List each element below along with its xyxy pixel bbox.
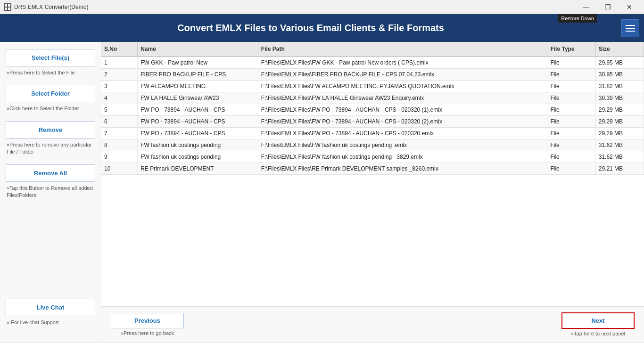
app-title: DRS EMLX Converter(Demo)	[14, 4, 88, 10]
cell-name: FW PO - 73894 - AUCHAN - CPS	[138, 128, 258, 139]
remove-section: Remove »Press here to remove any particu…	[6, 121, 95, 156]
minimize-button[interactable]: —	[575, 0, 597, 14]
cell-sno: 6	[101, 116, 138, 128]
cell-name: FW fashion uk costings pending	[138, 151, 258, 163]
cell-type: File	[547, 81, 595, 92]
cell-size: 31.62 MB	[595, 151, 644, 163]
menu-button[interactable]	[621, 19, 639, 37]
hamburger-line-1	[626, 25, 635, 26]
table-row: 4 FW LA HALLE Girlswear AW23 F:\Files\EM…	[101, 92, 644, 104]
cell-sno: 1	[101, 57, 138, 69]
table-header: S.No Name File Path File Type Size	[101, 42, 644, 57]
select-folder-button[interactable]: Select Folder	[6, 85, 95, 102]
hamburger-line-3	[626, 31, 635, 32]
restore-tooltip: Restore Down	[558, 14, 597, 23]
cell-path: F:\Files\EMLX Files\FW PO - 73894 - AUCH…	[258, 128, 547, 139]
cell-sno: 4	[101, 92, 138, 104]
svg-rect-1	[8, 4, 10, 7]
remove-all-button[interactable]: Remove All	[6, 164, 95, 182]
cell-type: File	[547, 57, 595, 69]
table-row: 8 FW fashion uk costings pending F:\File…	[101, 139, 644, 151]
previous-button[interactable]: Previous	[111, 313, 184, 328]
cell-name: RE Primark DEVELOPMENT	[138, 163, 258, 175]
select-folder-hint: »Click here to Select the Folder	[6, 105, 95, 112]
cell-name: FW PO - 73894 - AUCHAN - CPS	[138, 116, 258, 128]
cell-name: FIBER PRO BACKUP FILE - CPS	[138, 69, 258, 81]
cell-type: File	[547, 116, 595, 128]
next-button[interactable]: Next	[561, 312, 635, 329]
app-icon	[4, 3, 11, 11]
content-area: S.No Name File Path File Type Size 1 FW …	[101, 42, 644, 342]
cell-type: File	[547, 104, 595, 116]
cell-size: 31.62 MB	[595, 139, 644, 151]
hamburger-line-2	[626, 28, 635, 29]
cell-type: File	[547, 128, 595, 139]
title-bar-left: DRS EMLX Converter(Demo)	[4, 3, 88, 11]
cell-type: File	[547, 92, 595, 104]
table-row: 2 FIBER PRO BACKUP FILE - CPS F:\Files\E…	[101, 69, 644, 81]
cell-size: 29.95 MB	[595, 57, 644, 69]
cell-path: F:\Files\EMLX Files\FW LA HALLE Girlswea…	[258, 92, 547, 104]
live-chat-button[interactable]: Live Chat	[6, 299, 95, 316]
col-header-type: File Type	[547, 42, 595, 57]
cell-type: File	[547, 69, 595, 81]
select-files-button[interactable]: Select File(s)	[6, 49, 95, 66]
next-hint: »Tap here to next panel	[571, 331, 625, 336]
cell-sno: 9	[101, 151, 138, 163]
cell-size: 29.29 MB	[595, 116, 644, 128]
cell-path: F:\Files\EMLX Files\FW PO - 73894 - AUCH…	[258, 104, 547, 116]
cell-name: FW fashion uk costings pending	[138, 139, 258, 151]
table-row: 3 FW ALCAMPO MEETING. F:\Files\EMLX File…	[101, 81, 644, 92]
cell-sno: 3	[101, 81, 138, 92]
svg-rect-3	[8, 8, 10, 10]
header-title: Convert EMLX Files to Various Email Clie…	[0, 14, 621, 42]
remove-all-hint: »Tap this Button to Remove all added Fil…	[6, 185, 95, 199]
remove-hint: »Press here to remove any particular Fil…	[6, 141, 95, 156]
cell-sno: 8	[101, 139, 138, 151]
cell-path: F:\Files\EMLX Files\FW fashion uk costin…	[258, 139, 547, 151]
cell-size: 30.95 MB	[595, 69, 644, 81]
cell-size: 31.82 MB	[595, 81, 644, 92]
table-row: 7 FW PO - 73894 - AUCHAN - CPS F:\Files\…	[101, 128, 644, 139]
cell-name: FW LA HALLE Girlswear AW23	[138, 92, 258, 104]
cell-path: F:\Files\EMLX Files\RE Primark DEVELOPME…	[258, 163, 547, 175]
select-files-hint: »Press here to Select the File	[6, 69, 95, 76]
previous-hint: »Press here to go back	[121, 330, 174, 336]
remove-button[interactable]: Remove	[6, 121, 95, 139]
sidebar: Select File(s) »Press here to Select the…	[0, 42, 101, 342]
cell-path: F:\Files\EMLX Files\FIBER PRO BACKUP FIL…	[258, 69, 547, 81]
table-row: 5 FW PO - 73894 - AUCHAN - CPS F:\Files\…	[101, 104, 644, 116]
cell-size: 30.39 MB	[595, 92, 644, 104]
svg-rect-0	[5, 4, 7, 7]
svg-rect-2	[5, 8, 7, 10]
file-table: S.No Name File Path File Type Size 1 FW …	[101, 42, 644, 175]
cell-path: F:\Files\EMLX Files\FW ALCAMPO MEETING. …	[258, 81, 547, 92]
table-body: 1 FW GKK - Paw patrol New F:\Files\EMLX …	[101, 57, 644, 175]
table-wrapper[interactable]: S.No Name File Path File Type Size 1 FW …	[101, 42, 644, 306]
cell-size: 29.29 MB	[595, 128, 644, 139]
cell-type: File	[547, 139, 595, 151]
select-folder-section: Select Folder »Click here to Select the …	[6, 85, 95, 112]
live-chat-hint: » For live chat Support	[6, 319, 95, 326]
cell-sno: 10	[101, 163, 138, 175]
cell-name: FW ALCAMPO MEETING.	[138, 81, 258, 92]
table-row: 9 FW fashion uk costings pending F:\File…	[101, 151, 644, 163]
remove-all-section: Remove All »Tap this Button to Remove al…	[6, 164, 95, 199]
title-bar: DRS EMLX Converter(Demo) — ❐ Restore Dow…	[0, 0, 644, 14]
col-header-path: File Path	[258, 42, 547, 57]
cell-path: F:\Files\EMLX Files\FW GKK - Paw patrol …	[258, 57, 547, 69]
close-button[interactable]: ✕	[619, 0, 640, 14]
table-row: 10 RE Primark DEVELOPMENT F:\Files\EMLX …	[101, 163, 644, 175]
next-section: Next »Tap here to next panel	[561, 312, 635, 336]
table-row: 1 FW GKK - Paw patrol New F:\Files\EMLX …	[101, 57, 644, 69]
select-files-section: Select File(s) »Press here to Select the…	[6, 49, 95, 76]
previous-section: Previous »Press here to go back	[111, 313, 184, 336]
cell-size: 29.21 MB	[595, 163, 644, 175]
live-chat-section: Live Chat » For live chat Support	[6, 299, 95, 326]
col-header-name: Name	[138, 42, 258, 57]
cell-size: 29.29 MB	[595, 104, 644, 116]
bottom-bar: Previous »Press here to go back Next »Ta…	[101, 306, 644, 342]
cell-name: FW GKK - Paw patrol New	[138, 57, 258, 69]
cell-sno: 2	[101, 69, 138, 81]
restore-button[interactable]: ❐ Restore Down	[597, 0, 619, 14]
